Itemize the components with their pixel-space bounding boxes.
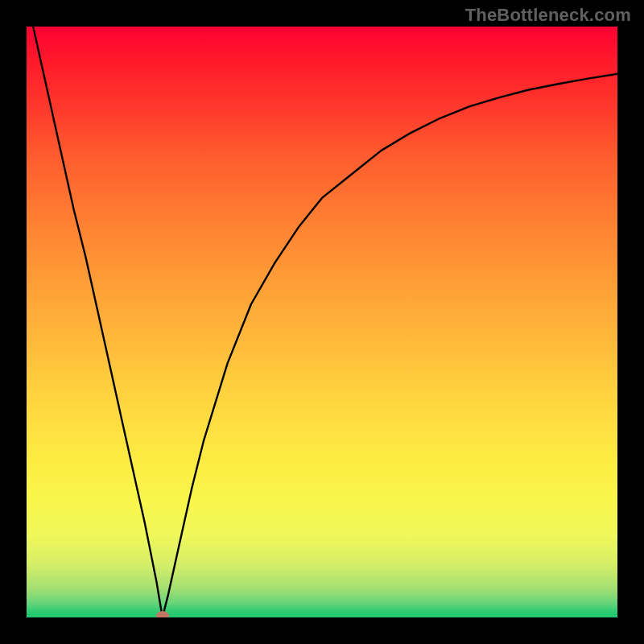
valley-marker-icon <box>156 611 169 617</box>
chart-frame: TheBottleneck.com <box>0 0 644 644</box>
site-wordmark: TheBottleneck.com <box>465 5 631 26</box>
bottleneck-curve <box>27 27 617 617</box>
plot-area <box>27 27 617 617</box>
